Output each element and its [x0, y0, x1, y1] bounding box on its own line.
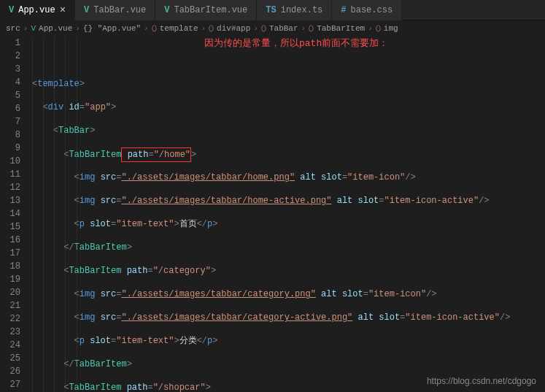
- tab-index-ts[interactable]: TS index.ts: [257, 0, 332, 20]
- line-gutter: 1234567891011121314151617181920212223242…: [0, 36, 29, 392]
- vue-icon: V: [164, 5, 169, 15]
- breadcrumb-item: img: [384, 24, 398, 33]
- breadcrumb-item: src: [6, 24, 20, 33]
- code-editor[interactable]: 1234567891011121314151617181920212223242…: [0, 36, 545, 392]
- breadcrumb-item: TabBar: [269, 24, 298, 33]
- close-icon[interactable]: ×: [60, 4, 66, 16]
- breadcrumb[interactable]: src › V App.vue › {} "App.vue" › ⬯ templ…: [0, 20, 545, 36]
- tag-icon: ⬯: [152, 24, 157, 33]
- tag-icon: ⬯: [309, 24, 314, 33]
- tab-label: TabBar.vue: [93, 5, 146, 15]
- ts-icon: TS: [266, 5, 276, 15]
- tab-label: TabBarItem.vue: [174, 5, 247, 15]
- tab-tabbaritem-vue[interactable]: V TabBarItem.vue: [155, 0, 257, 20]
- tab-bar: V App.vue × V TabBar.vue V TabBarItem.vu…: [0, 0, 545, 20]
- vue-icon: V: [9, 5, 14, 15]
- breadcrumb-item: template: [160, 24, 198, 33]
- breadcrumb-item: {} "App.vue": [83, 24, 141, 33]
- tab-tabbar-vue[interactable]: V TabBar.vue: [75, 0, 155, 20]
- breadcrumb-item: TabBarItem: [317, 24, 365, 33]
- tab-base-css[interactable]: # base.css: [332, 0, 402, 20]
- highlight-box: path="/home": [121, 147, 191, 162]
- chevron-right-icon: ›: [23, 24, 28, 33]
- chevron-right-icon: ›: [201, 24, 206, 33]
- tab-label: index.ts: [281, 5, 323, 15]
- tag-icon: ⬯: [376, 24, 381, 33]
- chevron-right-icon: ›: [144, 24, 149, 33]
- breadcrumb-item: App.vue: [39, 24, 72, 33]
- tab-label: App.vue: [18, 5, 55, 15]
- chevron-right-icon: ›: [253, 24, 258, 33]
- chevron-right-icon: ›: [368, 24, 373, 33]
- annotation-text: 因为传的是常量，所以path前面不需要加：: [204, 36, 388, 50]
- css-icon: #: [341, 5, 346, 15]
- breadcrumb-item: div#app: [217, 24, 250, 33]
- watermark: https://blog.csdn.net/cdgogo: [427, 376, 536, 386]
- vue-icon: V: [31, 24, 36, 33]
- tag-icon: ⬯: [261, 24, 266, 33]
- tab-label: base.css: [351, 5, 393, 15]
- chevron-right-icon: ›: [75, 24, 80, 33]
- chevron-right-icon: ›: [301, 24, 306, 33]
- tab-app-vue[interactable]: V App.vue ×: [0, 0, 75, 20]
- code-area[interactable]: 因为传的是常量，所以path前面不需要加： <template> <div id…: [29, 36, 545, 392]
- vue-icon: V: [84, 5, 89, 15]
- tag-icon: ⬯: [209, 24, 214, 33]
